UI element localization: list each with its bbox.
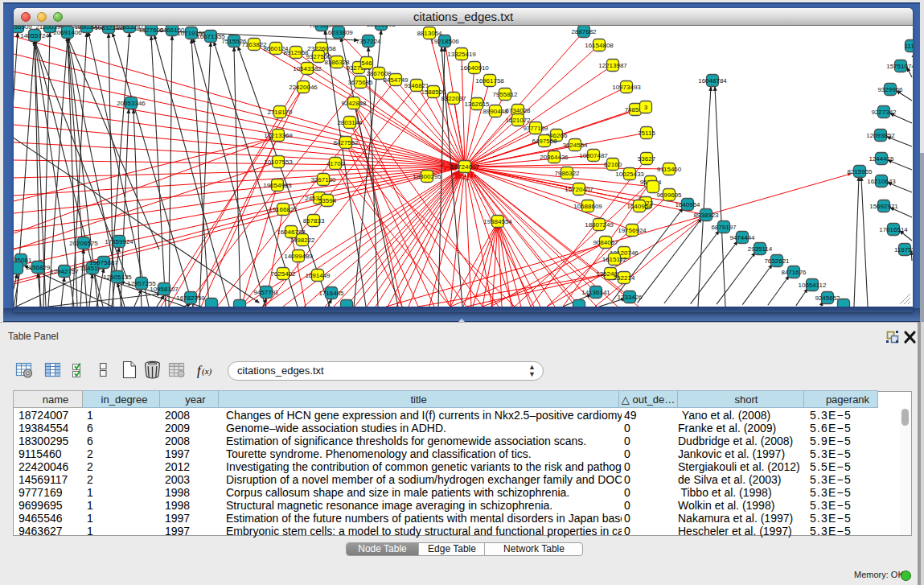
svg-text:15720407: 15720407 [565,186,593,193]
svg-text:10688609: 10688609 [573,203,602,210]
svg-text:19975887: 19975887 [89,259,118,266]
svg-text:7632621: 7632621 [764,257,790,265]
svg-text:8813054: 8813054 [417,30,442,37]
svg-text:53594: 53594 [318,197,337,204]
svg-text:7955812: 7955812 [492,91,518,98]
svg-text:20053346: 20053346 [117,100,146,107]
svg-text:1615112: 1615112 [602,256,627,263]
svg-text:7625402: 7625402 [270,270,296,278]
svg-text:16210643: 16210643 [867,178,896,185]
svg-text:7986322: 7986322 [554,170,580,177]
svg-text:2935114: 2935114 [748,245,773,253]
svg-text:2803144: 2803144 [337,119,363,126]
svg-text:10958107: 10958107 [150,286,179,293]
svg-text:9227342: 9227342 [871,109,897,116]
svg-text:1640954: 1640954 [626,203,652,210]
svg-text:6879197: 6879197 [711,224,737,231]
svg-text:16640910: 16640910 [460,64,489,72]
svg-text:1244415: 1244415 [869,155,894,163]
svg-text:9457791: 9457791 [253,289,279,296]
svg-text:9777169: 9777169 [523,125,548,132]
svg-text:2718170: 2718170 [267,109,293,116]
svg-text:75115: 75115 [638,130,655,137]
svg-text:16961758: 16961758 [475,77,504,84]
svg-text:12093852: 12093852 [866,132,895,139]
svg-text:1362615: 1362615 [464,101,490,108]
svg-text:6734028: 6734028 [505,107,531,114]
svg-text:10807487: 10807487 [579,152,608,159]
svg-text:14055724: 14055724 [20,32,49,39]
svg-text:7357224: 7357224 [355,38,381,45]
svg-text:16033809: 16033809 [324,29,353,36]
svg-text:8427552: 8427552 [333,139,359,146]
svg-text:17359924: 17359924 [105,238,133,245]
svg-text:10973493: 10973493 [612,84,641,91]
svg-text:1716485: 1716485 [318,290,344,297]
svg-text:8990448: 8990448 [483,108,508,115]
svg-text:19756924: 19756924 [618,227,647,234]
svg-text:20206575: 20206575 [69,240,98,247]
svg-text:16782759: 16782759 [176,295,205,302]
svg-text:14099489: 14099489 [284,253,313,260]
svg-text:1691449: 1691449 [305,272,331,279]
svg-text:19384554: 19384554 [483,218,512,225]
svg-text:3267130: 3267130 [310,176,336,183]
svg-text:3624554: 3624554 [562,142,588,149]
svg-text:10543382: 10543382 [293,65,322,72]
svg-text:1112: 1112 [905,43,913,50]
svg-text:546: 546 [361,60,372,67]
svg-text:9242848: 9242848 [341,100,367,107]
svg-text:16048784: 16048784 [698,77,727,84]
svg-text:41700: 41700 [326,160,345,167]
svg-text:252214: 252214 [614,274,635,282]
svg-text:14136141: 14136141 [581,289,610,296]
svg-text:15751074: 15751074 [886,63,913,70]
svg-text:9699695: 9699695 [656,192,682,199]
svg-text:9474444: 9474444 [729,234,755,241]
svg-text:18300295: 18300295 [413,173,441,180]
svg-text:18807249: 18807249 [585,221,614,229]
svg-text:13325419: 13325419 [447,51,476,58]
svg-text:16154808: 16154808 [585,42,614,49]
svg-text:9329966: 9329966 [877,86,903,93]
svg-text:8322037: 8322037 [441,95,466,102]
svg-text:17016514: 17016514 [879,226,908,233]
svg-text:8215955: 8215955 [847,168,873,175]
svg-text:1640954: 1640954 [675,201,700,208]
svg-text:22806503: 22806503 [367,26,396,28]
svg-text:10025433: 10025433 [615,171,644,178]
svg-text:8471676: 8471676 [781,269,807,276]
svg-text:(x): (x) [202,366,212,377]
svg-text:62160: 62160 [604,161,622,168]
svg-text:1733426: 1733426 [617,294,643,301]
svg-text:15692971: 15692971 [869,203,898,210]
svg-text:9115460: 9115460 [657,166,682,173]
svg-text:2887682: 2887682 [571,28,597,35]
svg-text:6497568: 6497568 [532,138,557,145]
svg-text:1498222: 1498222 [290,237,315,244]
svg-text:116753: 116753 [894,246,913,253]
svg-text:19654983: 19654983 [263,182,292,189]
svg-text:10107553: 10107553 [264,159,293,166]
svg-text:53627: 53627 [638,155,656,163]
svg-text:18724007: 18724007 [450,163,479,171]
svg-text:1156829: 1156829 [26,264,51,271]
svg-text:12213987: 12213987 [598,62,627,69]
svg-text:10654112: 10654112 [799,282,827,289]
svg-text:857833: 857833 [303,217,325,225]
svg-text:3675685: 3675685 [347,79,373,86]
svg-text:8938923: 8938923 [693,212,719,219]
svg-text:3: 3 [644,104,648,111]
svg-text:8912958: 8912958 [283,49,309,56]
svg-text:20364436: 20364436 [540,154,569,161]
svg-text:1621072: 1621072 [505,117,531,124]
svg-text:9245652: 9245652 [815,295,840,302]
svg-text:19166827: 19166827 [269,206,298,213]
svg-text:12942757: 12942757 [50,268,79,275]
svg-text:22420046: 22420046 [289,84,318,91]
svg-text:12213369: 12213369 [264,132,293,139]
svg-text:9084067: 9084067 [593,239,618,246]
